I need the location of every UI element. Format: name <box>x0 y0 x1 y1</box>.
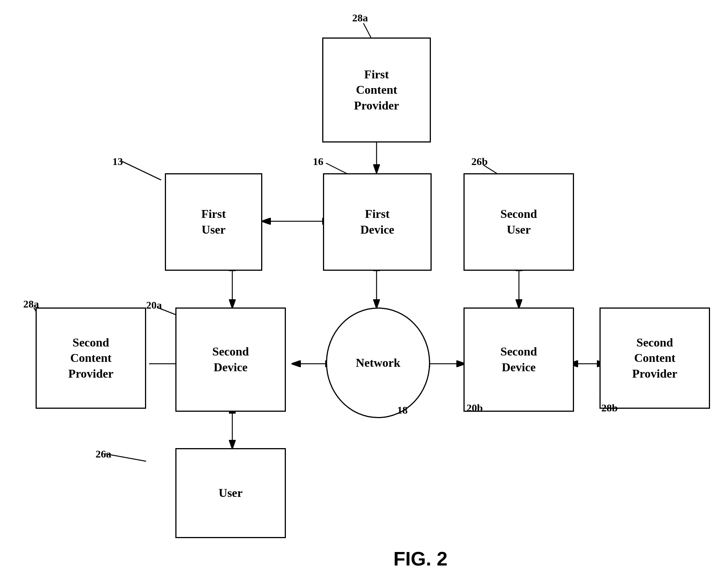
first-user-label: FirstUser <box>201 206 226 237</box>
ref-28b: 28b <box>601 402 618 414</box>
user-bottom-box: User <box>175 448 286 538</box>
first-user-box: FirstUser <box>165 173 262 271</box>
svg-line-14 <box>326 163 348 174</box>
first-device-box: FirstDevice <box>323 173 432 271</box>
ref-13: 13 <box>112 156 123 168</box>
second-device-right-label: SecondDevice <box>501 344 537 375</box>
second-device-left-label: SecondDevice <box>212 344 249 375</box>
diagram: FirstContentProvider FirstUser FirstDevi… <box>0 0 728 582</box>
figure-label: FIG. 2 <box>393 548 447 570</box>
second-content-provider-left-label: SecondContentProvider <box>68 335 113 382</box>
network-label: Network <box>356 356 400 370</box>
ref-20a: 20a <box>146 299 162 311</box>
second-content-provider-left-box: SecondContentProvider <box>36 308 146 409</box>
ref-28a-top: 28a <box>352 12 368 24</box>
first-device-label: FirstDevice <box>360 206 395 237</box>
user-bottom-label: User <box>219 485 243 501</box>
network-circle: Network <box>326 308 430 418</box>
ref-16: 16 <box>313 156 323 168</box>
ref-26b: 26b <box>471 156 488 168</box>
ref-26a: 26a <box>96 448 111 460</box>
ref-20b: 20b <box>466 402 483 414</box>
svg-line-12 <box>363 23 371 38</box>
first-content-provider-label: FirstContentProvider <box>354 67 399 114</box>
second-user-right-label: SecondUser <box>501 206 537 237</box>
ref-18: 18 <box>397 404 408 416</box>
svg-line-13 <box>122 161 161 180</box>
second-content-provider-right-box: SecondContentProvider <box>599 308 710 409</box>
first-content-provider-box: FirstContentProvider <box>322 38 431 142</box>
second-device-right-box: SecondDevice <box>463 308 574 412</box>
ref-28a-left: 28a <box>23 298 39 310</box>
second-user-right-box: SecondUser <box>463 173 574 271</box>
second-device-left-box: SecondDevice <box>175 308 286 412</box>
second-content-provider-right-label: SecondContentProvider <box>632 335 677 382</box>
